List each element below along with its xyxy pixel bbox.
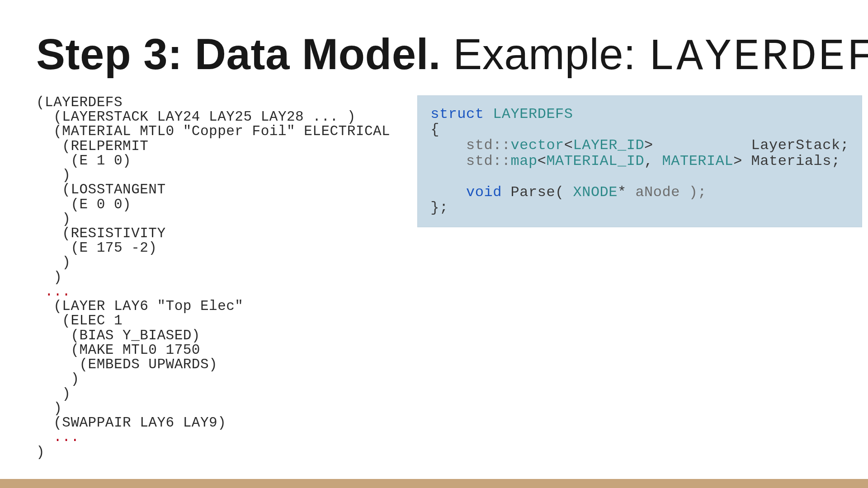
code-line: (ELEC 1 bbox=[36, 313, 123, 328]
code-line: (LAYERSTACK LAY24 LAY25 LAY28 ... ) bbox=[36, 109, 356, 125]
left-column: (LAYERDEFS (LAYERSTACK LAY24 LAY25 LAY28… bbox=[36, 95, 390, 460]
code-line: ) bbox=[36, 254, 71, 270]
code-line: ) bbox=[36, 211, 71, 227]
field-layerstack: LayerStack; bbox=[751, 137, 849, 154]
struct-name: LAYERDEFS bbox=[493, 106, 573, 122]
star: * bbox=[618, 184, 627, 201]
ellipsis: ... bbox=[36, 429, 80, 445]
param-anode: aNode ); bbox=[627, 184, 707, 201]
type-vector: vector bbox=[511, 137, 564, 154]
code-line: (MAKE MTL0 1750 bbox=[36, 342, 200, 358]
lt: < bbox=[538, 153, 547, 169]
footer-accent-bar bbox=[0, 479, 868, 488]
code-line: (E 175 -2) bbox=[36, 240, 157, 256]
code-line: ) bbox=[36, 400, 62, 416]
type-material-id: MATERIAL_ID bbox=[546, 153, 644, 169]
gt: > bbox=[733, 153, 742, 169]
close-brace: }; bbox=[430, 199, 448, 216]
code-line: (RESISTIVITY bbox=[36, 225, 166, 241]
content-columns: (LAYERDEFS (LAYERSTACK LAY24 LAY25 LAY28… bbox=[36, 95, 832, 460]
keyword-struct: struct bbox=[430, 106, 484, 122]
sexpr-listing: (LAYERDEFS (LAYERSTACK LAY24 LAY25 LAY28… bbox=[36, 95, 390, 460]
code-line: (LOSSTANGENT bbox=[36, 182, 166, 197]
field-materials: Materials; bbox=[751, 153, 840, 169]
title-code: LAYERDEFS bbox=[648, 32, 868, 82]
title-example: Example: bbox=[441, 30, 648, 78]
open-brace: { bbox=[430, 121, 439, 138]
code-line: ) bbox=[36, 167, 71, 183]
lt: < bbox=[564, 137, 573, 154]
slide-title: Step 3: Data Model. Example: LAYERDEFS bbox=[36, 32, 832, 81]
cpp-struct-box: struct LAYERDEFS { std::vector<LAYER_ID>… bbox=[417, 95, 862, 227]
code-line: ) bbox=[36, 269, 62, 285]
pad bbox=[653, 137, 751, 154]
right-column: struct LAYERDEFS { std::vector<LAYER_ID>… bbox=[417, 95, 862, 227]
type-xnode: XNODE bbox=[573, 184, 618, 201]
comma: , bbox=[644, 153, 662, 169]
code-line: (BIAS Y_BIASED) bbox=[36, 328, 200, 343]
ellipsis: ... bbox=[36, 284, 71, 300]
indent bbox=[430, 184, 466, 201]
code-line: (LAYER LAY6 "Top Elec" bbox=[36, 298, 243, 314]
code-line: (EMBEDS UPWARDS) bbox=[36, 357, 217, 372]
ns-std: std:: bbox=[430, 137, 510, 154]
type-layer-id: LAYER_ID bbox=[573, 137, 644, 154]
code-line: (E 0 0) bbox=[36, 197, 131, 212]
code-line: ) bbox=[36, 386, 71, 402]
code-line: (LAYERDEFS bbox=[36, 94, 123, 110]
gt: > bbox=[644, 137, 653, 154]
keyword-void: void bbox=[466, 184, 502, 201]
space bbox=[742, 153, 751, 169]
code-line: (RELPERMIT bbox=[36, 138, 148, 154]
slide: Step 3: Data Model. Example: LAYERDEFS (… bbox=[0, 0, 868, 488]
ns-std: std:: bbox=[430, 153, 510, 169]
code-line: ) bbox=[36, 371, 80, 387]
code-line: ) bbox=[36, 444, 45, 460]
type-map: map bbox=[511, 153, 538, 169]
title-bold: Step 3: Data Model. bbox=[36, 30, 441, 78]
code-line: (E 1 0) bbox=[36, 153, 131, 169]
code-line: (SWAPPAIR LAY6 LAY9) bbox=[36, 415, 226, 431]
parse-sig-open: Parse( bbox=[502, 184, 573, 201]
type-material: MATERIAL bbox=[662, 153, 734, 169]
code-line: (MATERIAL MTL0 "Copper Foil" ELECTRICAL bbox=[36, 123, 390, 139]
